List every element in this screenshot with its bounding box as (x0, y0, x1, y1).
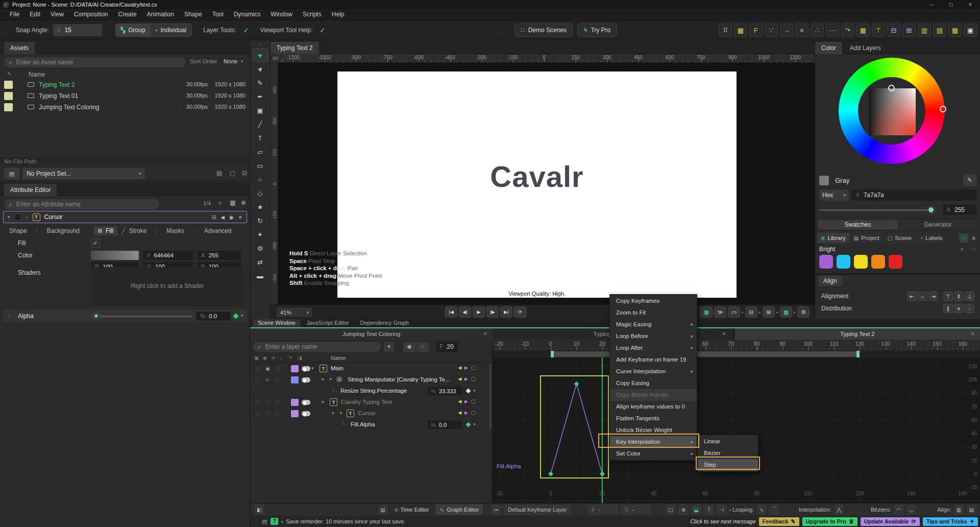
menu-item-add-keyframe-on-frame-19[interactable]: Add Keyframe on frame 19 (610, 354, 697, 366)
zoom-search-icon[interactable]: ⌕ (218, 199, 222, 206)
attr-tab-background[interactable]: Background (43, 226, 84, 235)
distribute-scatter-button[interactable]: ∴ (965, 304, 974, 313)
interpolation-icon[interactable]: ⋀ (834, 505, 844, 515)
align-right-button[interactable]: ⇥ (928, 292, 938, 301)
slot-0[interactable] (254, 410, 262, 417)
list-view-toggle-icon[interactable]: ≡ (969, 233, 978, 243)
layers-caret-icon[interactable]: ▸ (759, 310, 761, 315)
grid-view-icon[interactable]: ▦ (230, 199, 235, 206)
toolbar-grip[interactable]: ⋮ (3, 27, 8, 34)
asset-search[interactable]: ⌕ (4, 57, 186, 67)
update-available-badge[interactable]: Update Available⟳ (861, 517, 920, 526)
visibility-column-icon[interactable]: ◉ (263, 355, 267, 361)
prev-key-icon[interactable]: ◀ (458, 365, 461, 370)
expand-caret-icon[interactable]: ▾ (322, 377, 324, 382)
asset-row[interactable]: Typing Text 0130.00fps1920 x 1080 (0, 90, 250, 102)
capsule-tool[interactable]: ▬ (253, 269, 268, 283)
add-layer-button[interactable]: + (384, 342, 394, 352)
attr-tab-masks[interactable]: Masks (162, 226, 188, 235)
align-center-h-button[interactable]: ⇔ (918, 292, 927, 301)
columns-icon[interactable]: ▥ (918, 23, 931, 37)
viewport-help-check-icon[interactable]: ✓ (320, 27, 326, 34)
key-align-mid-icon[interactable]: ▤ (967, 505, 977, 515)
layer-tools-check-icon[interactable]: ✓ (243, 27, 249, 34)
layer-color-swatch[interactable] (291, 376, 299, 384)
try-pro-button[interactable]: ϟ Try Pro (578, 23, 617, 37)
asset-search-input[interactable] (15, 58, 181, 66)
select-tool[interactable]: ➤ (253, 49, 268, 62)
slot-0[interactable] (254, 376, 262, 384)
source-project[interactable]: ▤Project (850, 233, 883, 243)
panel-alpha-track[interactable] (819, 209, 932, 211)
alpha-slider-knob[interactable] (93, 313, 100, 319)
prev-layer-icon[interactable]: ◀ (220, 214, 225, 220)
snap-angle-input[interactable]: # 15 (53, 24, 102, 36)
hex-value-field[interactable]: # 7a7a7a (852, 189, 976, 201)
layout-icon[interactable]: ▦ (700, 306, 713, 318)
trash-icon[interactable]: ⊟ (242, 170, 247, 177)
slot-2[interactable] (274, 365, 281, 372)
slot-0[interactable] (254, 398, 262, 406)
menu-animation[interactable]: Animation (142, 9, 179, 20)
menu-window[interactable]: Window (266, 9, 297, 20)
menu-item-copy-b-zier-handle[interactable]: Copy Bézier Handle (610, 389, 697, 401)
viewport[interactable]: Typing Text 2 px -1200-1050-900-750-600-… (271, 40, 815, 319)
pin-icon[interactable]: ◉ (229, 214, 234, 220)
snap-frames-icon[interactable]: ⊣ (717, 505, 727, 515)
tab-attribute-editor[interactable]: Attribute Editor (4, 184, 57, 196)
attribute-search[interactable]: ⌕ (4, 199, 159, 209)
tab-generator[interactable]: Generator (898, 220, 978, 230)
layer-search[interactable]: ⌕ (253, 342, 381, 352)
keyframe-circle-icon[interactable]: ○ (26, 214, 29, 220)
keyframe-ring-icon[interactable] (471, 411, 476, 415)
minimize-button[interactable]: — (922, 0, 941, 9)
loop-after-icon[interactable]: ⌒ (769, 505, 779, 515)
filter-visible-icon[interactable]: ◉ (403, 342, 415, 352)
menu-item-set-color[interactable]: Set Color▸ (610, 448, 697, 460)
timeline-tab-typing-text-2[interactable]: Typing Text 2✕ (735, 328, 980, 340)
screen-caret-icon[interactable]: ▸ (742, 310, 744, 315)
jump-end-button[interactable]: ▶| (500, 306, 512, 318)
reveal-icon[interactable]: ▢ (230, 170, 235, 177)
copies-icon[interactable]: ⊞ (763, 306, 775, 318)
close-tab-icon[interactable]: ✕ (483, 328, 487, 340)
layer-color-swatch[interactable] (291, 399, 299, 406)
maximize-button[interactable]: ▢ (941, 0, 961, 9)
text-snap-icon[interactable]: T (704, 505, 714, 515)
menu-item-zoom-to-fit[interactable]: Zoom to Fit (610, 307, 697, 319)
slot-2[interactable] (274, 398, 281, 406)
ellipsis-nodes-icon[interactable]: ⋯ (826, 23, 839, 37)
scatter-icon[interactable]: ∵ (765, 23, 778, 37)
enable-toggle[interactable] (302, 411, 310, 416)
menu-edit[interactable]: Edit (25, 9, 45, 20)
layer-color-swatch[interactable] (14, 213, 21, 221)
add-key-icon[interactable]: ⊕ (678, 505, 689, 515)
bezier-out-icon[interactable]: ◡ (906, 505, 917, 515)
slot-1[interactable]: ✓ (264, 376, 272, 384)
checker-icon[interactable]: ▩ (780, 306, 792, 318)
panel-alpha-field[interactable]: A 255 (943, 205, 976, 215)
value-field[interactable]: V - (621, 505, 651, 515)
attribute-value-row[interactable]: Fill.Alpha%0.0▸ (250, 419, 492, 430)
transform-tool[interactable]: ▱ (253, 145, 268, 159)
keyframe-diamond-icon[interactable] (466, 422, 471, 427)
individual-mode-button[interactable]: ▪ Individual (151, 24, 192, 36)
zoom-dropdown[interactable]: 41% ▾ (277, 307, 312, 317)
rectangle-tool[interactable]: ▭ (253, 159, 268, 173)
menu-dynamics[interactable]: Dynamics (229, 9, 265, 20)
asset-color-swatch[interactable] (4, 92, 13, 100)
palette-caret-icon[interactable]: ▾ (961, 247, 963, 252)
lock-column-icon[interactable]: ▣ (254, 355, 259, 361)
expand-caret-icon[interactable]: ▾ (332, 411, 334, 416)
palette-name[interactable]: Bright (819, 246, 835, 253)
palette-swatch[interactable] (837, 255, 850, 269)
graph-editor-button[interactable]: ∿ Graph Editor (435, 505, 483, 515)
group-mode-button[interactable]: ▚ Group (116, 24, 151, 36)
close-button[interactable]: ✕ (961, 0, 980, 9)
menu-help[interactable]: Help (327, 9, 349, 20)
tab-assets[interactable]: Assets (4, 42, 35, 54)
menu-view[interactable]: View (46, 9, 68, 20)
color-swatch[interactable] (91, 251, 139, 260)
asset-color-swatch[interactable] (4, 103, 13, 111)
grid-cells-icon[interactable]: ▦ (948, 23, 962, 37)
